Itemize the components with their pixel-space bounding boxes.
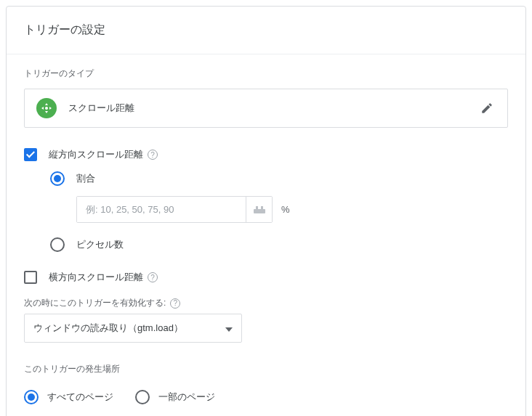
vertical-scroll-row: 縦方向スクロール距離 ? bbox=[24, 148, 508, 161]
section-body: トリガーのタイプ スクロール距離 縦方向スクロール距離 ? bbox=[7, 54, 525, 390]
help-icon[interactable]: ? bbox=[170, 298, 180, 309]
fires-on-some-option: 一部のページ bbox=[135, 390, 215, 404]
ratio-input-wrap bbox=[76, 196, 273, 223]
pencil-icon bbox=[480, 102, 493, 115]
ratio-input-row: % bbox=[76, 196, 508, 223]
fires-on-group: すべてのページ 一部のページ bbox=[7, 390, 525, 416]
ratio-input[interactable] bbox=[77, 197, 246, 222]
ratio-label: 割合 bbox=[76, 172, 95, 185]
enable-timing-label: 次の時にこのトリガーを有効化する: bbox=[24, 297, 166, 309]
trigger-type-label: トリガーのタイプ bbox=[24, 68, 508, 80]
help-icon[interactable]: ? bbox=[148, 272, 158, 282]
chevron-down-icon bbox=[225, 323, 233, 334]
fires-on-all-radio[interactable] bbox=[24, 390, 39, 404]
pixel-option-row: ピクセル数 bbox=[50, 237, 508, 252]
trigger-type-row[interactable]: スクロール距離 bbox=[24, 89, 508, 128]
fires-on-all-option: すべてのページ bbox=[24, 390, 113, 404]
vertical-scroll-checkbox[interactable] bbox=[24, 148, 37, 161]
card-title: トリガーの設定 bbox=[7, 7, 525, 54]
vertical-measure-group: 割合 % ピクセル数 bbox=[50, 171, 508, 252]
pixel-radio[interactable] bbox=[50, 237, 65, 252]
enable-timing-label-row: 次の時にこのトリガーを有効化する: ? bbox=[24, 297, 508, 309]
edit-type-button[interactable] bbox=[478, 99, 496, 117]
ratio-suffix: % bbox=[281, 204, 290, 215]
help-icon[interactable]: ? bbox=[148, 150, 158, 160]
ratio-option-row: 割合 bbox=[50, 171, 508, 186]
pixel-label: ピクセル数 bbox=[76, 238, 124, 251]
trigger-type-name: スクロール距離 bbox=[68, 102, 478, 115]
fires-on-some-label: 一部のページ bbox=[158, 391, 215, 404]
vertical-scroll-label: 縦方向スクロール距離 bbox=[49, 148, 143, 161]
enable-timing-value: ウィンドウの読み取り（gtm.load） bbox=[33, 322, 183, 335]
trigger-config-card: トリガーの設定 トリガーのタイプ スクロール距離 bbox=[6, 6, 526, 416]
fires-on-all-label: すべてのページ bbox=[47, 391, 113, 404]
horizontal-scroll-label: 横方向スクロール距離 bbox=[49, 271, 143, 284]
enable-timing-select[interactable]: ウィンドウの読み取り（gtm.load） bbox=[24, 314, 242, 343]
fires-on-label: このトリガーの発生場所 bbox=[24, 363, 508, 375]
scroll-icon bbox=[36, 98, 57, 118]
svg-rect-2 bbox=[256, 206, 258, 209]
brick-icon bbox=[254, 206, 265, 213]
ratio-radio[interactable] bbox=[50, 171, 65, 186]
variable-picker-button[interactable] bbox=[246, 197, 272, 222]
fires-on-some-radio[interactable] bbox=[135, 390, 150, 404]
svg-rect-1 bbox=[254, 209, 265, 213]
svg-rect-3 bbox=[261, 206, 263, 209]
svg-point-0 bbox=[45, 107, 48, 110]
horizontal-scroll-checkbox[interactable] bbox=[24, 271, 37, 284]
horizontal-scroll-row: 横方向スクロール距離 ? bbox=[24, 271, 508, 284]
